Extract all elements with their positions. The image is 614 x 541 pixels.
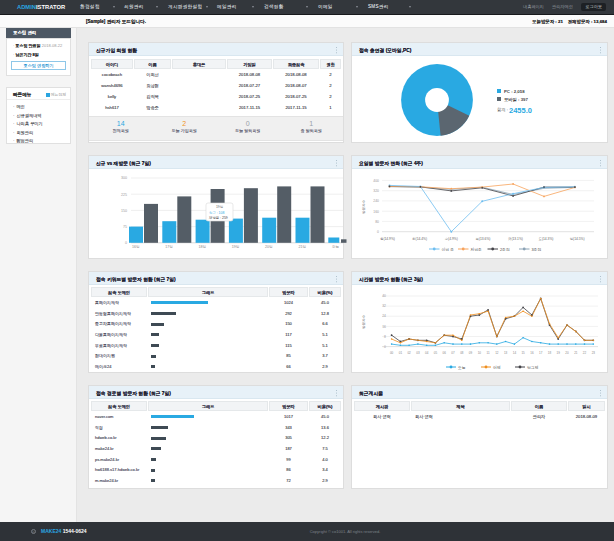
svg-text:저번주: 저번주: [471, 247, 483, 252]
svg-text:04: 04: [425, 351, 429, 355]
svg-text:12: 12: [495, 351, 499, 355]
svg-text:0: 0: [377, 230, 379, 234]
svg-text:엊그제: 엊그제: [527, 365, 539, 370]
svg-text:21: 21: [574, 351, 578, 355]
svg-text:오늘: 오늘: [332, 245, 340, 249]
svg-text:19일: 19일: [232, 245, 240, 249]
svg-text:0: 0: [384, 345, 386, 349]
svg-text:재방문 : 259: 재방문 : 259: [208, 215, 228, 220]
svg-text:일(14.5%): 일(14.5%): [570, 237, 585, 241]
svg-text:22: 22: [583, 351, 587, 355]
svg-text:목(13.6%): 목(13.6%): [476, 237, 491, 241]
svg-text:신규 : 108: 신규 : 108: [209, 211, 224, 215]
svg-text:400: 400: [373, 179, 379, 183]
svg-text:13: 13: [504, 351, 508, 355]
svg-text:금(13.1%): 금(13.1%): [508, 237, 523, 241]
svg-text:11: 11: [487, 351, 490, 355]
svg-text:01: 01: [399, 351, 403, 355]
svg-text:21일: 21일: [298, 245, 306, 249]
svg-text:150: 150: [121, 209, 127, 213]
svg-text:06: 06: [443, 351, 447, 355]
svg-text:19일: 19일: [216, 205, 223, 209]
svg-text:80: 80: [375, 220, 379, 224]
svg-text:160: 160: [373, 210, 379, 214]
svg-text:20: 20: [565, 351, 569, 355]
svg-text:18일: 18일: [199, 245, 207, 249]
svg-text:오늘: 오늘: [458, 366, 466, 370]
svg-text:225: 225: [121, 193, 127, 197]
svg-text:14: 14: [513, 351, 517, 355]
svg-text:합계 :: 합계 :: [497, 107, 508, 112]
svg-text:17: 17: [539, 351, 543, 355]
svg-text:토(14.3%): 토(14.3%): [539, 237, 554, 241]
svg-text:화(14.4%): 화(14.4%): [412, 237, 427, 241]
svg-text:8: 8: [384, 335, 386, 339]
svg-text:09: 09: [469, 351, 473, 355]
svg-text:03: 03: [416, 351, 420, 355]
svg-text:08: 08: [460, 351, 464, 355]
svg-text:32: 32: [382, 304, 386, 308]
svg-text:어제: 어제: [493, 365, 501, 370]
svg-text:05: 05: [434, 351, 438, 355]
svg-text:18: 18: [548, 351, 552, 355]
svg-text:15: 15: [521, 351, 525, 355]
svg-text:16일: 16일: [132, 245, 140, 249]
svg-text:방문자수: 방문자수: [362, 314, 366, 329]
svg-text:월(14.9%): 월(14.9%): [380, 237, 395, 241]
svg-text:3주전: 3주전: [532, 248, 542, 252]
svg-text:16: 16: [382, 325, 386, 329]
svg-text:24: 24: [382, 314, 386, 318]
svg-text:0: 0: [125, 241, 127, 245]
svg-text:19: 19: [557, 351, 561, 355]
svg-text:07: 07: [451, 351, 455, 355]
svg-text:320: 320: [373, 189, 379, 193]
svg-text:모바일 : 397: 모바일 : 397: [504, 97, 528, 103]
svg-text:20일: 20일: [265, 245, 273, 249]
svg-text:75: 75: [123, 225, 127, 229]
svg-text:23: 23: [592, 351, 596, 355]
svg-text:PC : 2,058: PC : 2,058: [504, 89, 525, 94]
svg-text:2주전: 2주전: [500, 248, 510, 252]
svg-text:2455.0: 2455.0: [509, 106, 532, 115]
svg-text:240: 240: [373, 199, 379, 203]
svg-text:00: 00: [390, 351, 394, 355]
svg-text:40: 40: [382, 294, 386, 298]
svg-text:16: 16: [530, 351, 534, 355]
svg-text:300: 300: [121, 176, 127, 180]
svg-text:17일: 17일: [165, 245, 173, 249]
svg-text:수(4.9%): 수(4.9%): [445, 237, 458, 241]
svg-text:이번 주: 이번 주: [442, 247, 455, 252]
svg-text:방문자수: 방문자수: [362, 199, 366, 214]
svg-text:02: 02: [407, 351, 411, 355]
svg-text:10: 10: [478, 351, 482, 355]
